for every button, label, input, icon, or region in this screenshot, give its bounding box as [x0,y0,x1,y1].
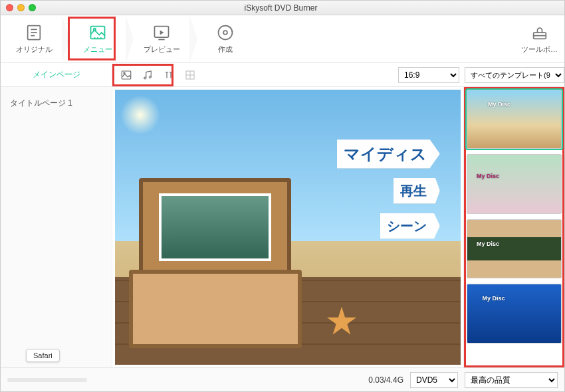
window-minimize-button[interactable] [17,4,25,11]
window-zoom-button[interactable] [29,4,36,11]
template-thumbnail[interactable]: My Disc [467,284,562,343]
disc-type-select[interactable]: DVD5 [410,372,458,388]
step-menu[interactable]: メニュー [71,23,124,54]
templates-sidebar: My Disc My Disc My Disc My Disc [463,87,564,367]
step-preview[interactable]: プレビュー [135,23,188,54]
grid-button[interactable] [183,68,197,82]
step-original[interactable]: オリジナル [7,23,60,54]
menu-title-sign[interactable]: マイディス [337,140,440,169]
size-progress-bar [7,378,87,382]
template-thumbnail[interactable]: My Disc [467,219,562,278]
play-screen-icon [152,23,171,42]
safari-tooltip: Safari [26,349,60,362]
text-icon [163,69,175,81]
sub-toolbar: メインページ 16:9 すべてのテンプレート(92) [1,63,564,87]
step-menu-label: メニュー [83,45,112,54]
template-thumbnail[interactable]: My Disc [467,90,562,149]
menu-video-thumbnail[interactable] [159,193,271,260]
svg-marker-10 [160,31,164,35]
svg-point-18 [144,77,146,79]
background-music-button[interactable] [140,68,155,82]
music-icon [142,69,154,81]
template-filter-select[interactable]: すべてのテンプレート(92) [465,67,564,83]
disc-icon [216,23,235,42]
pages-sidebar: タイトルページ 1 [1,87,112,367]
toolbox-button[interactable]: ツールボ… [521,23,558,54]
suitcase-graphic [129,178,302,349]
background-image-button[interactable] [119,68,134,82]
quality-select[interactable]: 最高の品質 [465,372,558,388]
svg-point-17 [124,72,125,73]
title-page-item[interactable]: タイトルページ 1 [7,92,105,114]
step-separator [62,15,70,63]
step-separator [126,15,134,63]
menu-play-sign[interactable]: 再生 [394,178,440,204]
svg-point-19 [149,76,151,78]
disc-size-label: 0.03/4.4G [368,375,403,385]
grid-icon [184,69,196,81]
window-title: iSkysoft DVD Burner [36,3,526,13]
step-original-label: オリジナル [16,45,53,54]
titlebar: iSkysoft DVD Burner [1,1,564,15]
sun-graphic [120,95,160,135]
aspect-ratio-select[interactable]: 16:9 [398,67,459,83]
image-layout-icon [88,23,107,42]
tab-main-page[interactable]: メインページ [1,63,112,86]
template-thumbnail[interactable]: My Disc [467,154,562,213]
step-separator [189,15,197,63]
step-create[interactable]: 作成 [199,23,252,54]
step-toolbar: オリジナル メニュー プレビュー 作成 ツールボ… [1,15,564,63]
svg-point-13 [223,31,227,35]
toolbox-label: ツールボ… [521,45,558,54]
menu-scene-sign[interactable]: シーン [380,213,440,239]
text-button[interactable] [162,68,176,82]
step-preview-label: プレビュー [144,45,180,54]
menu-preview-canvas[interactable]: マイディス 再生 シーン [115,90,461,365]
step-create-label: 作成 [218,45,233,54]
toolbox-icon [530,23,549,42]
status-bar: Safari 0.03/4.4G DVD5 最高の品質 [1,367,564,391]
image-icon [120,69,132,81]
document-icon [25,23,43,42]
window-close-button[interactable] [6,4,13,11]
